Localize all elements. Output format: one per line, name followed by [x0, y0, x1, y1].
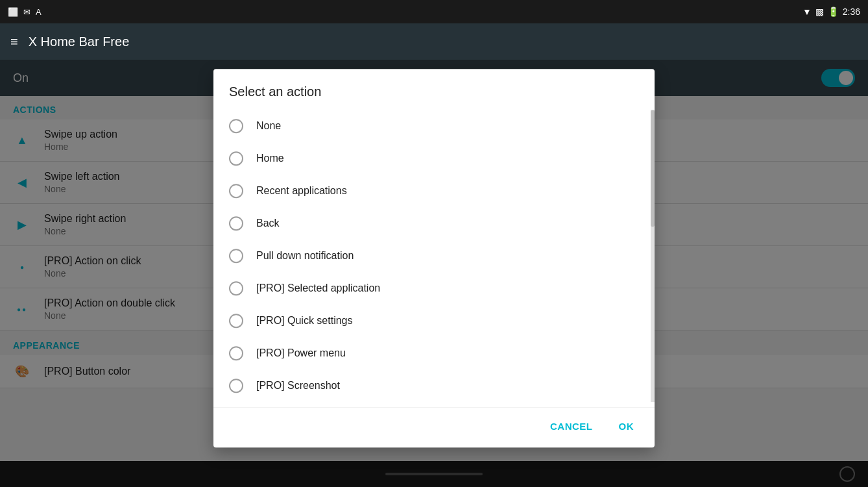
app-icon-3: A	[36, 7, 42, 17]
status-bar: ⬜ ✉ A ▼ ▩ 🔋 2:36	[0, 0, 868, 23]
wifi-icon: ▼	[802, 6, 812, 17]
dialog-scrollbar-thumb	[651, 110, 655, 227]
radio-pro-power-menu	[229, 346, 243, 360]
signal-icon: ▩	[815, 6, 824, 17]
main-content: On Actions ▲ Swipe up action Home ◀ Swip…	[0, 60, 868, 487]
menu-icon[interactable]: ≡	[10, 34, 18, 49]
dialog-actions: CANCEL OK	[213, 407, 655, 447]
radio-recent-apps	[229, 184, 243, 198]
dialog-inner: None Home Recent applications Back	[213, 110, 655, 402]
dialog-options-list: None Home Recent applications Back	[213, 110, 655, 402]
radio-none	[229, 119, 243, 133]
radio-pro-selected-app	[229, 281, 243, 295]
option-pro-selected-app-label: [PRO] Selected application	[256, 282, 380, 294]
time-display: 2:36	[843, 6, 860, 17]
option-none-label: None	[256, 120, 281, 132]
option-pro-quick-settings-label: [PRO] Quick settings	[256, 315, 353, 327]
option-pro-quick-settings[interactable]: [PRO] Quick settings	[219, 305, 649, 337]
option-pro-screenshot-label: [PRO] Screenshot	[256, 380, 340, 392]
radio-pull-down	[229, 249, 243, 263]
option-pro-selected-app[interactable]: [PRO] Selected application	[219, 272, 649, 305]
dialog-title: Select an action	[213, 69, 655, 110]
option-home[interactable]: Home	[219, 142, 649, 175]
option-none[interactable]: None	[219, 110, 649, 142]
option-recent-apps[interactable]: Recent applications	[219, 175, 649, 207]
radio-home	[229, 151, 243, 166]
option-pro-power-menu[interactable]: [PRO] Power menu	[219, 337, 649, 369]
status-bar-right: ▼ ▩ 🔋 2:36	[802, 6, 860, 17]
select-action-dialog: Select an action None Home Recent applic…	[213, 69, 655, 447]
app-icon-2: ✉	[23, 7, 30, 17]
radio-pro-screenshot	[229, 379, 243, 393]
radio-back	[229, 216, 243, 231]
option-pro-power-menu-label: [PRO] Power menu	[256, 347, 346, 359]
option-pro-screenshot[interactable]: [PRO] Screenshot	[219, 369, 649, 402]
app-title: X Home Bar Free	[29, 34, 130, 49]
option-recent-apps-label: Recent applications	[256, 185, 347, 197]
option-back[interactable]: Back	[219, 207, 649, 240]
app-bar: ≡ X Home Bar Free	[0, 23, 868, 60]
radio-pro-quick-settings	[229, 314, 243, 328]
option-pull-down-label: Pull down notification	[256, 250, 354, 262]
option-back-label: Back	[256, 218, 280, 229]
ok-button[interactable]: OK	[609, 416, 645, 437]
app-icon-1: ⬜	[8, 7, 18, 17]
dialog-scrollbar	[651, 110, 655, 402]
cancel-button[interactable]: CANCEL	[540, 416, 603, 437]
option-pull-down[interactable]: Pull down notification	[219, 240, 649, 272]
status-bar-left: ⬜ ✉ A	[8, 7, 42, 17]
option-home-label: Home	[256, 153, 284, 164]
battery-icon: 🔋	[828, 6, 839, 17]
